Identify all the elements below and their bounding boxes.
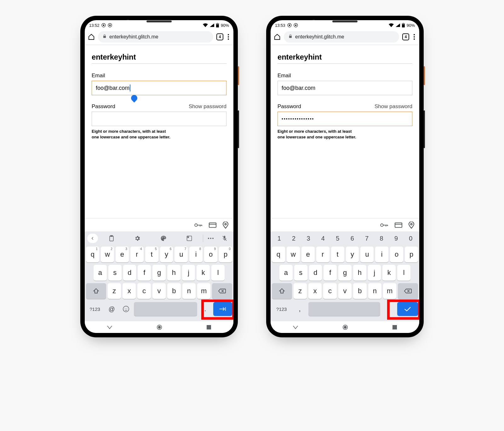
key-icon[interactable] <box>380 222 388 228</box>
key-t[interactable]: t <box>331 247 344 262</box>
recents-icon[interactable] <box>392 325 397 330</box>
key-k[interactable]: k <box>197 265 210 281</box>
key-x[interactable]: x <box>123 283 136 299</box>
num-8[interactable]: 8 <box>374 235 389 242</box>
home-icon[interactable] <box>274 33 281 40</box>
tab-switcher[interactable]: 4 <box>402 33 409 40</box>
email-field[interactable]: foo@bar.com <box>278 81 412 95</box>
num-6[interactable]: 6 <box>345 235 359 242</box>
key-o[interactable]: o <box>390 247 403 262</box>
spacebar-key[interactable] <box>134 302 197 316</box>
key-k[interactable]: k <box>382 265 396 281</box>
key-d[interactable]: d <box>123 265 136 281</box>
key-q[interactable]: q <box>272 247 285 262</box>
shift-key[interactable] <box>86 283 106 299</box>
key-z[interactable]: z <box>108 283 121 299</box>
key-v[interactable]: v <box>338 283 352 299</box>
key-v[interactable]: v <box>152 283 166 299</box>
key-n[interactable]: n <box>182 283 196 299</box>
key-p[interactable]: p0 <box>219 247 232 262</box>
mic-off-icon[interactable] <box>218 235 231 242</box>
address-bar[interactable]: enterkeyhint.glitch.me <box>284 31 399 43</box>
enter-key-next[interactable] <box>213 302 232 316</box>
key-l[interactable]: l <box>397 265 410 281</box>
email-field[interactable]: foo@bar.com <box>92 81 226 95</box>
enter-key-done[interactable] <box>397 302 418 316</box>
gear-icon[interactable] <box>125 235 150 242</box>
key-f[interactable]: f <box>324 265 337 281</box>
key-s[interactable]: s <box>294 265 307 281</box>
key-g[interactable]: g <box>338 265 352 281</box>
sticker-icon[interactable] <box>177 236 202 241</box>
back-icon[interactable] <box>293 325 298 329</box>
spacebar-key[interactable] <box>308 302 381 316</box>
num-2[interactable]: 2 <box>286 235 301 242</box>
chevron-left-icon[interactable] <box>87 234 98 243</box>
home-icon[interactable] <box>157 324 162 330</box>
backspace-key[interactable] <box>212 283 232 299</box>
key-g[interactable]: g <box>152 265 166 281</box>
num-5[interactable]: 5 <box>330 235 345 242</box>
key-b[interactable]: b <box>167 283 180 299</box>
key-c[interactable]: c <box>323 283 336 299</box>
key-f[interactable]: f <box>138 265 151 281</box>
emoji-key[interactable] <box>120 301 132 317</box>
key-x[interactable]: x <box>308 283 322 299</box>
shift-key[interactable] <box>272 283 292 299</box>
key-j[interactable]: j <box>368 265 381 281</box>
tab-switcher[interactable]: 4 <box>216 33 223 40</box>
symbols-key[interactable]: ?123 <box>86 301 104 317</box>
key-m[interactable]: m <box>383 283 396 299</box>
show-password-link[interactable]: Show password <box>189 103 226 110</box>
recents-icon[interactable] <box>206 325 211 330</box>
key-u[interactable]: u <box>360 247 374 262</box>
dot-key[interactable]: . <box>199 301 211 317</box>
num-9[interactable]: 9 <box>389 235 403 242</box>
key-z[interactable]: z <box>294 283 307 299</box>
key-w[interactable]: w <box>287 247 300 262</box>
key-r[interactable]: r <box>316 247 329 262</box>
key-d[interactable]: d <box>309 265 322 281</box>
key-i[interactable]: i8 <box>189 247 203 262</box>
overflow-menu-icon[interactable] <box>412 33 416 41</box>
home-icon[interactable] <box>88 33 95 40</box>
comma-key[interactable]: , <box>293 301 307 317</box>
key-s[interactable]: s <box>108 265 122 281</box>
palette-icon[interactable] <box>151 235 176 242</box>
backspace-key[interactable] <box>398 283 418 299</box>
password-field[interactable]: ••••••••••••••• <box>278 112 412 126</box>
key-p[interactable]: p <box>405 247 418 262</box>
show-password-link[interactable]: Show password <box>375 103 412 110</box>
location-icon[interactable] <box>223 222 228 229</box>
key-b[interactable]: b <box>353 283 366 299</box>
key-q[interactable]: q1 <box>86 247 99 262</box>
location-icon[interactable] <box>409 222 414 229</box>
num-7[interactable]: 7 <box>359 235 374 242</box>
key-t[interactable]: t5 <box>145 247 158 262</box>
symbols-key[interactable]: ?123 <box>272 301 291 317</box>
clipboard-icon[interactable] <box>99 235 124 242</box>
key-r[interactable]: r4 <box>130 247 144 262</box>
key-n[interactable]: n <box>368 283 381 299</box>
key-u[interactable]: u7 <box>175 247 188 262</box>
key-o[interactable]: o9 <box>204 247 217 262</box>
key-a[interactable]: a <box>279 265 293 281</box>
num-0[interactable]: 0 <box>404 235 418 242</box>
key-h[interactable]: h <box>167 265 180 281</box>
address-bar[interactable]: enterkeyhint.glitch.me <box>98 31 213 43</box>
key-m[interactable]: m <box>197 283 210 299</box>
num-3[interactable]: 3 <box>301 235 316 242</box>
key-i[interactable]: i <box>375 247 388 262</box>
key-a[interactable]: a <box>94 265 107 281</box>
password-field[interactable] <box>92 112 226 126</box>
key-l[interactable]: l <box>211 265 225 281</box>
home-icon[interactable] <box>342 324 348 330</box>
key-icon[interactable] <box>194 222 203 228</box>
credit-card-icon[interactable] <box>395 222 402 228</box>
key-e[interactable]: e <box>301 247 315 262</box>
ellipsis-icon[interactable] <box>204 237 217 239</box>
key-w[interactable]: w2 <box>101 247 114 262</box>
credit-card-icon[interactable] <box>209 222 216 228</box>
key-y[interactable]: y <box>346 247 359 262</box>
key-c[interactable]: c <box>137 283 151 299</box>
